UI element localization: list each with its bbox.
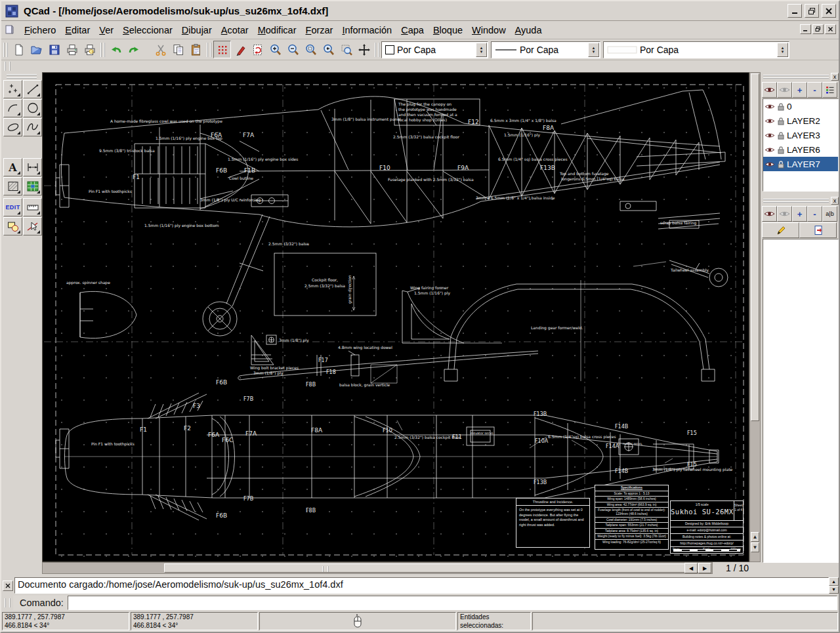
message-log[interactable]: Documento cargado:/home/jose/Aeromodelis… bbox=[14, 577, 829, 594]
lock-icon[interactable] bbox=[777, 131, 785, 140]
zoom-in-button[interactable] bbox=[266, 41, 284, 58]
linewidth-combo-spin[interactable]: ▲▼ bbox=[777, 43, 788, 57]
scroll-up-button[interactable]: ▲ bbox=[751, 532, 759, 542]
open-file-button[interactable] bbox=[28, 41, 45, 58]
eye-icon[interactable] bbox=[765, 117, 775, 125]
menu-item-seleccionar[interactable]: Seleccionar bbox=[118, 23, 177, 37]
menu-item-forzar[interactable]: Forzar bbox=[301, 23, 338, 37]
horizontal-scrollbar-thumb[interactable] bbox=[164, 563, 711, 573]
toolbar-grip[interactable] bbox=[375, 43, 379, 57]
color-combo[interactable]: Por Capa ▲▼ bbox=[381, 41, 488, 58]
rename-block-button[interactable]: a|b bbox=[822, 206, 837, 222]
layer-panel-header[interactable]: x bbox=[762, 73, 839, 81]
zoom-auto-button[interactable] bbox=[302, 41, 320, 58]
hatch-tool-button[interactable] bbox=[3, 177, 22, 195]
layer-panel-close-button[interactable]: x bbox=[831, 73, 839, 81]
block-list[interactable] bbox=[763, 239, 839, 563]
command-handle[interactable] bbox=[5, 598, 10, 607]
left-dock-grip[interactable] bbox=[7, 74, 37, 79]
edit-block-button[interactable] bbox=[762, 222, 799, 238]
linetype-combo-spin[interactable]: ▲▼ bbox=[588, 43, 599, 57]
mdi-minimize-button[interactable] bbox=[800, 24, 811, 34]
zoom-window-button[interactable] bbox=[337, 41, 355, 58]
spline-tool-button[interactable] bbox=[23, 118, 42, 136]
message-scroll-down-button[interactable]: ▼ bbox=[829, 586, 839, 594]
arc-tool-button[interactable] bbox=[3, 99, 22, 117]
undo-button[interactable] bbox=[107, 41, 125, 58]
zoom-previous-button[interactable] bbox=[320, 41, 337, 58]
block-panel-close-button[interactable]: x bbox=[831, 197, 839, 205]
titlebar[interactable]: QCad - [/home/jose/Aeromodelismo/suk-up/… bbox=[1, 1, 839, 21]
point-tool-button[interactable] bbox=[3, 80, 22, 98]
eye-icon[interactable] bbox=[765, 132, 775, 139]
show-all-layers-button[interactable] bbox=[762, 82, 777, 98]
lock-icon[interactable] bbox=[777, 102, 785, 111]
drawing-canvas[interactable]: A home-made fibreglass cowl was used on … bbox=[42, 72, 749, 562]
save-button[interactable] bbox=[45, 41, 63, 58]
dock-handle[interactable] bbox=[5, 62, 10, 71]
grid-toggle-button[interactable] bbox=[213, 41, 231, 58]
menu-item-editar[interactable]: Editar bbox=[60, 23, 94, 37]
paste-button[interactable] bbox=[187, 41, 205, 58]
menu-item-window[interactable]: Window bbox=[467, 23, 511, 37]
redo-button[interactable] bbox=[125, 41, 142, 58]
block-tool-button[interactable] bbox=[3, 217, 22, 235]
scroll-down-button[interactable]: ▼ bbox=[751, 542, 759, 552]
mdi-restore-button[interactable] bbox=[812, 24, 824, 34]
eye-icon[interactable] bbox=[765, 103, 775, 110]
pan-button[interactable] bbox=[355, 41, 373, 58]
layer-row-layer6[interactable]: LAYER6 bbox=[763, 142, 838, 157]
color-combo-spin[interactable]: ▲▼ bbox=[476, 43, 487, 57]
command-input[interactable] bbox=[68, 596, 837, 610]
hide-all-blocks-button[interactable] bbox=[777, 206, 792, 222]
print-button[interactable] bbox=[63, 41, 81, 58]
layer-row-layer3[interactable]: LAYER3 bbox=[763, 128, 838, 142]
toolbar-grip[interactable] bbox=[3, 43, 8, 57]
eye-icon[interactable] bbox=[765, 146, 775, 153]
horizontal-scrollbar[interactable] bbox=[42, 562, 713, 574]
menu-item-informacion[interactable]: Información bbox=[337, 23, 396, 37]
redraw-button[interactable] bbox=[249, 41, 266, 58]
toolbar-grip[interactable] bbox=[207, 43, 211, 57]
toolbar-grip[interactable] bbox=[100, 43, 105, 57]
edit-tool-button[interactable]: EDIT bbox=[3, 198, 22, 216]
menu-item-acotar[interactable]: Acotar bbox=[217, 23, 253, 37]
circle-tool-button[interactable] bbox=[23, 99, 42, 117]
eye-icon[interactable] bbox=[765, 161, 775, 168]
linetype-combo[interactable]: Por Capa ▲▼ bbox=[491, 41, 600, 58]
scroll-left-button[interactable]: ◀ bbox=[684, 563, 698, 573]
text-tool-button[interactable]: A bbox=[3, 158, 22, 176]
lock-icon[interactable] bbox=[777, 146, 785, 154]
layer-row-0[interactable]: 0 bbox=[763, 99, 838, 113]
restore-button[interactable] bbox=[805, 4, 819, 18]
layer-list-button[interactable] bbox=[822, 82, 837, 98]
copy-button[interactable] bbox=[169, 41, 187, 58]
linewidth-combo[interactable]: Por Capa ▲▼ bbox=[603, 41, 789, 58]
minimize-button[interactable] bbox=[788, 4, 802, 18]
dimension-tool-button[interactable] bbox=[23, 158, 42, 176]
menu-item-capa[interactable]: Capa bbox=[396, 23, 429, 37]
menu-item-ver[interactable]: Ver bbox=[94, 23, 118, 37]
ellipse-tool-button[interactable] bbox=[3, 118, 22, 136]
line-tool-button[interactable] bbox=[23, 80, 42, 98]
insert-block-button[interactable] bbox=[799, 222, 837, 238]
vertical-scrollbar[interactable]: ▲ ▼ bbox=[749, 72, 761, 562]
menu-item-dibujar[interactable]: Dibujar bbox=[177, 23, 217, 37]
layer-row-layer2[interactable]: LAYER2 bbox=[763, 113, 838, 128]
print-preview-button[interactable] bbox=[81, 41, 98, 58]
draw-pen-button[interactable] bbox=[231, 41, 249, 58]
add-layer-button[interactable]: + bbox=[792, 82, 807, 98]
menu-item-fichero[interactable]: Fichero bbox=[20, 23, 60, 37]
scroll-right-button[interactable]: ▶ bbox=[698, 563, 711, 573]
hide-all-layers-button[interactable] bbox=[777, 82, 792, 98]
measure-tool-button[interactable] bbox=[23, 198, 42, 216]
close-button[interactable] bbox=[822, 4, 836, 18]
mdi-close-button[interactable] bbox=[825, 24, 836, 34]
vertical-scrollbar-thumb[interactable] bbox=[751, 73, 759, 421]
image-tool-button[interactable] bbox=[23, 177, 42, 195]
new-file-button[interactable] bbox=[10, 41, 28, 58]
menu-item-ayuda[interactable]: Ayuda bbox=[511, 23, 547, 37]
remove-block-button[interactable]: - bbox=[807, 206, 822, 222]
message-scroll-up-button[interactable]: ▲ bbox=[829, 577, 839, 586]
menu-item-modificar[interactable]: Modificar bbox=[253, 23, 301, 37]
